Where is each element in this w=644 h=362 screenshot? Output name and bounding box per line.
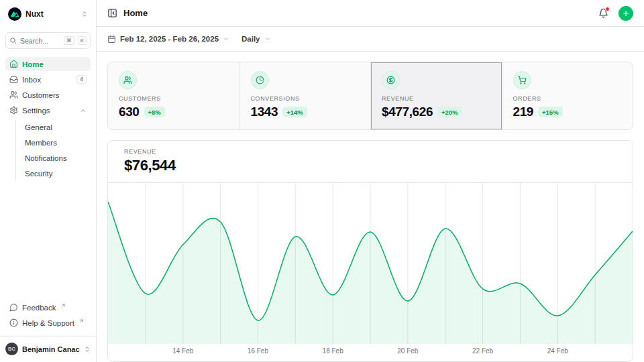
chart-plot-area[interactable] [108, 182, 633, 344]
sidebar-item-customers[interactable]: Customers [5, 88, 91, 102]
sidebar-item-notifications[interactable]: Notifications [23, 151, 91, 165]
x-axis-label: 20 Feb [397, 347, 418, 355]
message-circle-icon [9, 303, 18, 312]
page-title: Home [123, 8, 148, 18]
stat-label: CUSTOMERS [119, 95, 229, 102]
external-link-icon [79, 318, 84, 323]
inbox-count-badge: 4 [76, 75, 87, 84]
chart-header: REVENUE $76,544 [108, 141, 633, 182]
chart-metric-total: $76,544 [124, 157, 616, 174]
stat-value: 219 [513, 105, 534, 119]
x-axis-label: 24 Feb [547, 347, 568, 355]
stat-delta-badge: +15% [538, 107, 563, 117]
stat-value: 630 [119, 105, 140, 119]
add-button[interactable] [619, 6, 633, 21]
user-menu[interactable]: BC Benjamin Canac [0, 337, 96, 357]
stat-label: CONVERSIONS [251, 95, 360, 102]
workspace-switcher[interactable]: Nuxt [5, 5, 91, 23]
sidebar: Nuxt Search... ⌘ K Home Inbox 4 [0, 0, 97, 362]
gear-icon [9, 106, 18, 115]
calendar-icon [107, 35, 116, 44]
sidebar-item-label: Home [22, 60, 87, 68]
chevron-down-icon [264, 36, 271, 42]
main-area: Home Feb 12, 2025 - Feb 26, 2025 Daily [97, 0, 644, 362]
search-input[interactable]: Search... ⌘ K [5, 32, 91, 49]
stat-delta-badge: +8% [144, 107, 165, 117]
inbox-icon [9, 75, 18, 84]
date-range-picker[interactable]: Feb 12, 2025 - Feb 26, 2025 [107, 35, 229, 44]
chevrons-up-down-icon [84, 346, 91, 353]
info-icon [9, 318, 18, 327]
dollar-circle-icon [386, 76, 395, 84]
sidebar-item-label: Inbox [22, 76, 72, 84]
search-placeholder: Search... [20, 37, 60, 45]
stat-delta-badge: +14% [282, 107, 307, 117]
nuxt-logo-icon [8, 7, 21, 21]
x-axis-label: 14 Feb [172, 347, 193, 355]
external-link-icon [61, 303, 66, 308]
collapse-sidebar-button[interactable] [107, 8, 117, 18]
sidebar-item-general[interactable]: General [23, 120, 91, 134]
sidebar-item-home[interactable]: Home [5, 57, 91, 71]
stat-card-conversions[interactable]: CONVERSIONS 1343 +14% [239, 62, 371, 129]
chart-x-axis: 14 Feb16 Feb18 Feb20 Feb22 Feb24 Feb [108, 344, 633, 361]
x-axis-label: 22 Feb [472, 347, 493, 355]
x-axis-label: 18 Feb [323, 347, 343, 355]
stat-label: REVENUE [382, 95, 491, 102]
settings-subnav: General Members Notifications Security [15, 120, 91, 180]
sidebar-item-settings[interactable]: Settings [5, 103, 91, 117]
sidebar-item-label: Feedback [22, 304, 56, 312]
chart-metric-label: REVENUE [124, 148, 616, 155]
stats-panel: CUSTOMERS 630 +8% CONVERSIONS 1343 +14% [107, 62, 633, 130]
users-icon [9, 90, 18, 99]
chevron-up-icon [80, 107, 87, 114]
sidebar-item-feedback[interactable]: Feedback [5, 300, 91, 314]
sidebar-nav: Home Inbox 4 Customers Settings General [5, 57, 91, 180]
sidebar-item-label: Members [25, 139, 89, 147]
avatar: BC [5, 343, 18, 355]
sidebar-item-label: Notifications [25, 154, 89, 162]
sidebar-item-label: Help & Support [22, 319, 74, 327]
chevrons-up-down-icon [81, 11, 88, 17]
kbd-k: K [78, 36, 87, 46]
stat-value: $477,626 [382, 105, 433, 119]
granularity-select[interactable]: Daily [241, 35, 271, 43]
sidebar-footer: Feedback Help & Support BC Benjamin Cana… [5, 300, 91, 357]
notification-dot [605, 7, 610, 11]
stat-value: 1343 [251, 105, 278, 119]
sidebar-item-label: Customers [22, 91, 87, 99]
user-name: Benjamin Canac [22, 345, 80, 353]
users-icon [123, 76, 132, 84]
chart-pie-icon [256, 76, 264, 84]
app-window: Nuxt Search... ⌘ K Home Inbox 4 [0, 0, 644, 362]
sidebar-item-inbox[interactable]: Inbox 4 [5, 72, 91, 86]
notifications-button[interactable] [598, 8, 608, 18]
filters-toolbar: Feb 12, 2025 - Feb 26, 2025 Daily [97, 27, 644, 52]
sidebar-item-help-support[interactable]: Help & Support [5, 316, 91, 330]
top-bar: Home [97, 0, 644, 27]
revenue-area-chart [108, 183, 633, 344]
stat-delta-badge: +20% [437, 107, 462, 117]
sidebar-item-security[interactable]: Security [23, 166, 91, 180]
stat-card-orders[interactable]: ORDERS 219 +15% [502, 62, 633, 129]
granularity-value: Daily [241, 35, 260, 43]
content: CUSTOMERS 630 +8% CONVERSIONS 1343 +14% [97, 52, 644, 362]
date-range-value: Feb 12, 2025 - Feb 26, 2025 [120, 35, 219, 43]
revenue-chart-card: REVENUE $76,544 14 Feb16 Feb18 Feb20 Feb… [107, 140, 633, 362]
workspace-name: Nuxt [25, 9, 44, 19]
x-axis-label: 16 Feb [248, 347, 268, 355]
sidebar-item-label: General [25, 123, 89, 131]
plus-icon [622, 9, 630, 17]
chevron-down-icon [223, 36, 229, 42]
kbd-cmd: ⌘ [64, 36, 74, 46]
home-icon [9, 60, 18, 68]
cart-icon [518, 76, 527, 84]
sidebar-item-label: Settings [22, 107, 76, 115]
sidebar-item-label: Security [25, 170, 89, 178]
panel-left-close-icon [107, 8, 117, 18]
search-icon [9, 37, 17, 44]
stat-card-revenue[interactable]: REVENUE $477,626 +20% [370, 62, 502, 129]
stat-label: ORDERS [513, 95, 623, 102]
sidebar-item-members[interactable]: Members [23, 135, 91, 149]
stat-card-customers[interactable]: CUSTOMERS 630 +8% [108, 62, 239, 129]
